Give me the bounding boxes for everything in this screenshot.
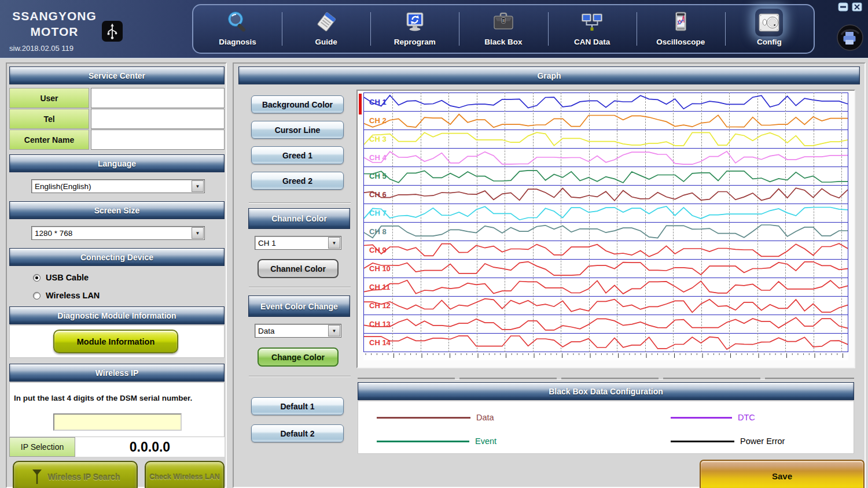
radio-dot[interactable]: [33, 274, 41, 282]
channel-select[interactable]: CH 1 ▼: [255, 236, 341, 250]
event-select-value: Data: [255, 327, 328, 335]
toolbar-item-diagnosis[interactable]: Diagnosis: [193, 5, 282, 53]
channel-band: CH 7: [363, 204, 848, 223]
channel-band: CH 13: [363, 315, 848, 334]
toolbar-item-guide[interactable]: Guide: [282, 5, 370, 53]
toolbar-label: Reprogram: [394, 38, 436, 46]
waveform-chart: CH 1CH 2CH 3CH 4CH 5CH 6CH 7CH 8CH 9CH 1…: [356, 90, 855, 368]
screen-size-header: Screen Size: [9, 201, 225, 219]
blackbox-legend: Data Event DTC Power Error: [358, 401, 854, 454]
toolbar-item-blackbox[interactable]: 8 Black Box: [459, 5, 547, 53]
dsm-serial-input[interactable]: [53, 413, 182, 431]
change-color-button[interactable]: Change Color: [258, 347, 339, 367]
channel-band: CH 3: [363, 130, 848, 149]
separator: [249, 376, 351, 377]
module-information-button[interactable]: Module Information: [53, 330, 178, 353]
settings-panel: Service Center User Tel Center Name Lang…: [6, 62, 227, 488]
event-color-header: Event Color Change: [248, 295, 350, 317]
notepad-icon: [312, 9, 340, 36]
channel-band: CH 14: [363, 333, 848, 352]
radio-label: USB Cable: [46, 273, 89, 282]
channel-color-header: Channel Color: [248, 208, 350, 229]
minimize-button[interactable]: [838, 2, 848, 14]
separator: [249, 202, 351, 204]
channel-band: CH 2: [363, 111, 848, 130]
monitor-refresh-icon: [401, 9, 429, 36]
channel-band: CH 12: [363, 296, 848, 315]
dual-monitor-icon: [578, 9, 606, 36]
chevron-down-icon[interactable]: ▼: [192, 227, 204, 239]
legend-label: Power Error: [740, 437, 785, 446]
language-value: English(English): [32, 182, 192, 191]
screen-size-select[interactable]: 1280 * 768 ▼: [31, 226, 205, 240]
channel-label: CH 4: [369, 153, 387, 162]
channel-band: CH 9: [363, 241, 848, 260]
field-row-user: User: [9, 88, 225, 108]
radio-usb-cable[interactable]: USB Cable: [33, 273, 89, 282]
tel-input[interactable]: [91, 109, 225, 129]
toolbar-label: Oscilloscope: [656, 38, 705, 46]
channel-band: CH 1: [363, 93, 848, 112]
channel-label: CH 8: [369, 227, 387, 236]
channel-label: CH 14: [369, 338, 391, 347]
toolbar-item-config[interactable]: Config: [725, 5, 814, 53]
check-wireless-lan-button[interactable]: Check Wireless LAN: [145, 461, 225, 488]
greed-2-button[interactable]: Greed 2: [251, 172, 344, 190]
chevron-down-icon[interactable]: ▼: [192, 180, 204, 192]
toolbar-item-candata[interactable]: CAN Data: [548, 5, 637, 53]
channel-label: CH 9: [369, 246, 387, 254]
ip-address-value: 0.0.0.0: [75, 437, 225, 457]
user-input[interactable]: [91, 88, 225, 108]
channel-band: CH 8: [363, 222, 848, 241]
radio-wireless-lan[interactable]: Wireless LAN: [33, 291, 100, 300]
radio-dot[interactable]: [33, 292, 41, 300]
language-header: Language: [9, 154, 225, 172]
legend-line: [671, 441, 734, 442]
event-select[interactable]: Data ▼: [255, 324, 341, 338]
wireless-ip-search-button[interactable]: Wireless IP Search: [13, 461, 138, 488]
radio-label: Wireless LAN: [46, 291, 100, 300]
channel-band: CH 4: [363, 148, 848, 167]
close-button[interactable]: [852, 2, 862, 14]
ip-selection-row: IP Selection 0.0.0.0: [9, 437, 225, 457]
wireless-ip-header: Wireless IP: [9, 364, 225, 382]
brand-line1: SSANGYONG: [8, 9, 101, 23]
service-center-header: Service Center: [9, 66, 225, 84]
default-1-button[interactable]: Default 1: [251, 397, 344, 415]
channel-label: CH 11: [369, 283, 390, 291]
toolbar-item-oscilloscope[interactable]: Oscilloscope: [637, 5, 725, 53]
button-label: Check Wireless LAN: [149, 473, 219, 481]
legend-item-dtc: DTC: [671, 413, 755, 422]
button-label: Wireless IP Search: [48, 472, 120, 482]
magnifier-icon: [224, 9, 252, 36]
language-select[interactable]: English(English) ▼: [31, 179, 205, 193]
channel-color-button[interactable]: Channel Color: [258, 259, 339, 278]
usb-icon: [102, 21, 123, 44]
default-2-button[interactable]: Default 2: [251, 424, 344, 442]
greed-1-button[interactable]: Greed 1: [251, 146, 344, 164]
ip-selection-label[interactable]: IP Selection: [9, 437, 75, 457]
cursor-line-button[interactable]: Cursor Line: [251, 121, 344, 139]
blackbox-panel: Black Box Data Configuration Data Event …: [358, 382, 854, 454]
legend-item-event: Event: [377, 437, 496, 446]
screen-size-value: 1280 * 768: [32, 229, 192, 238]
legend-line: [377, 417, 470, 419]
chevron-down-icon[interactable]: ▼: [328, 325, 340, 337]
legend-item-power-error: Power Error: [671, 437, 785, 446]
toolbar-item-reprogram[interactable]: Reprogram: [370, 5, 459, 53]
toolbar-label: Config: [757, 38, 782, 46]
channel-band: CH 11: [363, 278, 848, 297]
printer-icon[interactable]: [837, 24, 863, 53]
center-name-input[interactable]: [91, 130, 225, 150]
splitter-line: [358, 378, 854, 379]
cursor-bar[interactable]: [359, 94, 362, 114]
graph-panel: Graph Background Color Cursor Line Greed…: [233, 62, 866, 488]
channel-label: CH 2: [369, 116, 387, 125]
oscilloscope-icon: [667, 9, 694, 36]
save-button[interactable]: Save: [700, 460, 865, 488]
background-color-button[interactable]: Background Color: [251, 95, 344, 113]
diagnostic-module-header: Diagnostic Module Information: [9, 306, 225, 324]
legend-line: [671, 417, 732, 419]
channel-label: CH 5: [369, 172, 387, 180]
chevron-down-icon[interactable]: ▼: [328, 237, 340, 249]
